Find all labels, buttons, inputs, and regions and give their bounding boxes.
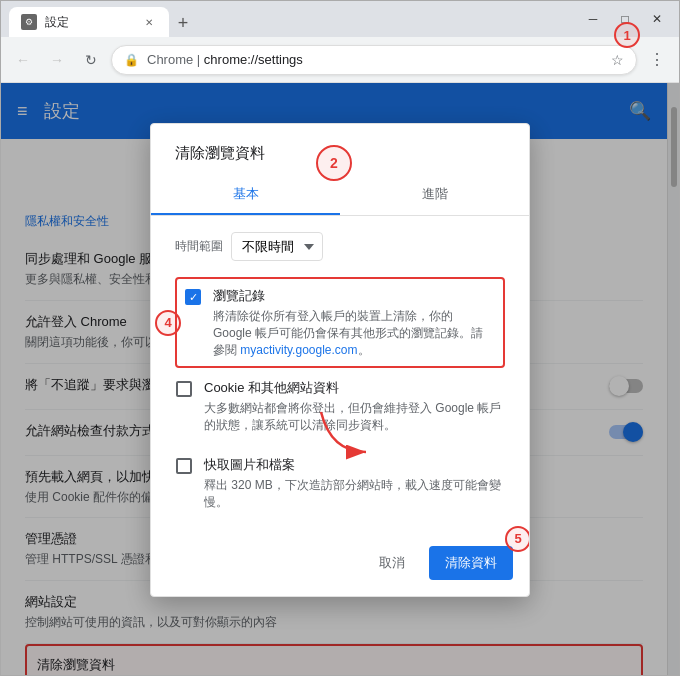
- checkbox-cache-text: 快取圖片和檔案 釋出 320 MB，下次造訪部分網站時，載入速度可能會變慢。: [204, 456, 504, 511]
- myactivity-link[interactable]: myactivity.google.com: [240, 343, 357, 357]
- checkbox-browsing-desc: 將清除從你所有登入帳戶的裝置上清除，你的 Google 帳戶可能仍會保有其他形式…: [213, 308, 495, 358]
- confirm-button-wrapper: 清除資料 5: [429, 546, 513, 580]
- dialog-tab-basic[interactable]: 基本: [151, 175, 340, 215]
- close-button[interactable]: ✕: [643, 5, 671, 33]
- forward-button[interactable]: →: [43, 46, 71, 74]
- checkbox-browsing-icon[interactable]: ✓: [185, 289, 201, 305]
- clear-browsing-dialog: 清除瀏覽資料 基本 進階 時間範圍 不限時間: [150, 123, 530, 597]
- checkbox-browsing-text: 瀏覽記錄 將清除從你所有登入帳戶的裝置上清除，你的 Google 帳戶可能仍會保…: [213, 287, 495, 358]
- site-info-icon: 🔒: [124, 53, 139, 67]
- tab-favicon: ⚙: [21, 14, 37, 30]
- dialog-overlay: 清除瀏覽資料 基本 進階 時間範圍 不限時間: [1, 83, 679, 675]
- tab-area: ⚙ 設定 ✕ +: [9, 1, 571, 37]
- reload-button[interactable]: ↻: [77, 46, 105, 74]
- bookmark-star-icon[interactable]: ☆: [611, 52, 624, 68]
- checkbox-cookies[interactable]: ✓ Cookie 和其他網站資料 大多數網站都會將你登出，但仍會維持登入 Goo…: [175, 368, 505, 445]
- address-text: Chrome | chrome://settings: [147, 52, 603, 67]
- time-range-row: 時間範圍 不限時間: [175, 232, 505, 261]
- window-controls: ─ □ ✕: [579, 5, 671, 33]
- browser-toolbar: ← → ↻ 🔒 Chrome | chrome://settings ☆ ⋮: [1, 37, 679, 83]
- dialog-footer: 取消 清除資料 5: [151, 538, 529, 596]
- back-button[interactable]: ←: [9, 46, 37, 74]
- browser-window: ⚙ 設定 ✕ + ─ □ ✕ 1 ← → ↻ 🔒 Chrome | chrome…: [0, 0, 680, 676]
- chrome-menu-button[interactable]: ⋮: [643, 46, 671, 74]
- checkbox-cookies-icon[interactable]: ✓: [176, 381, 192, 397]
- checkbox-cookies-text: Cookie 和其他網站資料 大多數網站都會將你登出，但仍會維持登入 Googl…: [204, 379, 504, 434]
- new-tab-button[interactable]: +: [169, 9, 197, 37]
- checkbox-cache[interactable]: ✓ 快取圖片和檔案 釋出 320 MB，下次造訪部分網站時，載入速度可能會變慢。: [175, 445, 505, 522]
- address-bar[interactable]: 🔒 Chrome | chrome://settings ☆: [111, 45, 637, 75]
- dialog-tab-advanced[interactable]: 進階: [340, 175, 529, 215]
- dialog-title: 清除瀏覽資料: [151, 124, 529, 163]
- time-range-select[interactable]: 不限時間: [231, 232, 323, 261]
- tab-title: 設定: [45, 14, 133, 31]
- title-bar: ⚙ 設定 ✕ + ─ □ ✕ 1: [1, 1, 679, 37]
- active-tab[interactable]: ⚙ 設定 ✕: [9, 7, 169, 37]
- minimize-button[interactable]: ─: [579, 5, 607, 33]
- confirm-button[interactable]: 清除資料: [429, 546, 513, 580]
- dialog-tabs: 基本 進階: [151, 175, 529, 216]
- checkbox-browsing-history[interactable]: ✓ 瀏覽記錄 將清除從你所有登入帳戶的裝置上清除，你的 Google 帳戶可能仍…: [175, 277, 505, 368]
- cancel-button[interactable]: 取消: [363, 546, 421, 580]
- dialog-body: 時間範圍 不限時間 ✓ 瀏覽記錄 將清除從你所有登入帳戶的裝置上清: [151, 216, 529, 538]
- checkbox-browsing-wrapper: ✓ 瀏覽記錄 將清除從你所有登入帳戶的裝置上清除，你的 Google 帳戶可能仍…: [175, 277, 505, 368]
- time-range-label: 時間範圍: [175, 238, 223, 255]
- tab-close-button[interactable]: ✕: [141, 14, 157, 30]
- content-area: ≡ 設定 🔍 進階 ▼ 2 隱私權和安全性: [1, 83, 679, 675]
- maximize-button[interactable]: □: [611, 5, 639, 33]
- checkbox-cache-icon[interactable]: ✓: [176, 458, 192, 474]
